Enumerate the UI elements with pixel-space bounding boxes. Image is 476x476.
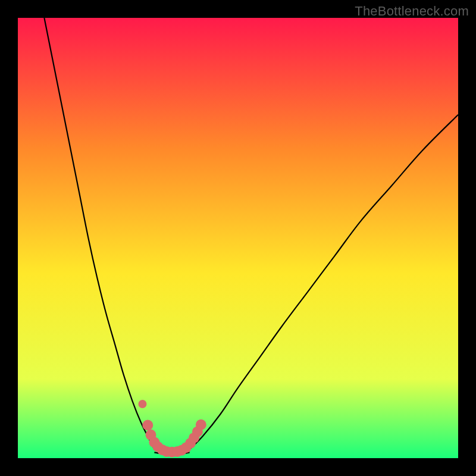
watermark-text: TheBottleneck.com (355, 4, 469, 19)
highlight-dot (196, 419, 206, 430)
chart-plot-area (18, 18, 458, 458)
highlight-dot (142, 420, 153, 431)
chart-svg (18, 18, 458, 458)
gradient-background (18, 18, 458, 458)
isolated-dot (138, 400, 146, 408)
